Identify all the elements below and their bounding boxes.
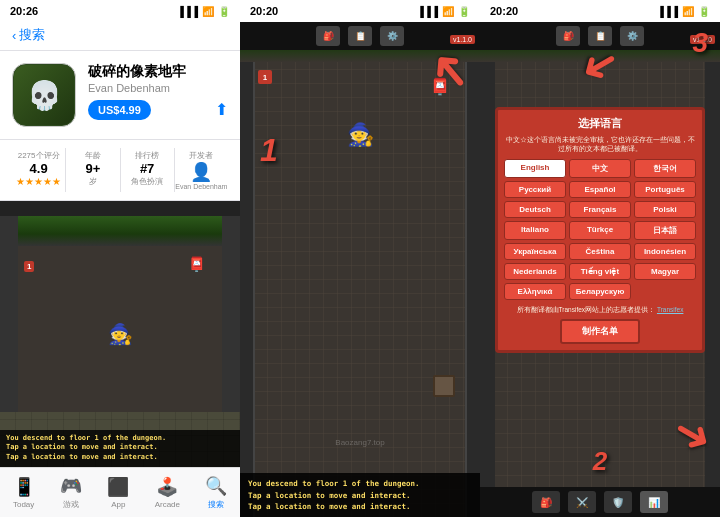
- signal-icon: ▐▐▐: [177, 6, 198, 17]
- lang-subtitle: 中文☆这个语言尚未被完全审核，它也许还存在一些问题，不过所有的文本都已被翻译。: [504, 135, 696, 153]
- back-button[interactable]: ‹ 搜索: [12, 26, 228, 44]
- game-text-panel1: You descend to floor 1 of the dungeon. T…: [240, 473, 480, 517]
- lang-btn-cs[interactable]: Čeština: [569, 243, 631, 260]
- statusbar-3: 20:20 ▐▐▐ 📶 🔋: [480, 0, 720, 22]
- lang-btn-de[interactable]: Deutsch: [504, 201, 566, 218]
- toolbar-settings-2[interactable]: ⚙️: [620, 26, 644, 46]
- wifi-icon-3: 📶: [682, 6, 694, 17]
- stat-developer: 开发者 👤 Evan Debenham: [175, 148, 228, 192]
- status-icons-3: ▐▐▐ 📶 🔋: [657, 6, 710, 17]
- stat-reviews: 2275个评分 4.9 ★★★★★: [12, 148, 66, 192]
- wifi-icon-2: 📶: [442, 6, 454, 17]
- tab-search[interactable]: 🔍 搜索: [205, 475, 227, 510]
- time-label-2: 20:20: [250, 5, 278, 17]
- wifi-icon: 📶: [202, 6, 214, 17]
- lang-btn-es[interactable]: Español: [569, 181, 631, 198]
- tab-games[interactable]: 🎮 游戏: [60, 475, 82, 510]
- lang-btn-vi[interactable]: Tiếng việt: [569, 263, 631, 280]
- game-toolbar-1: 🎒 📋 ⚙️: [240, 22, 480, 50]
- number-badge-3: 3: [692, 27, 708, 59]
- bottom-icon-1[interactable]: 🎒: [532, 491, 560, 513]
- tab-today[interactable]: 📱 Today: [13, 476, 35, 509]
- lang-note: 所有翻译都由Transifex网站上的志愿者提供： Transifex: [504, 305, 696, 314]
- game-main-1[interactable]: 1 📮 🧙 Baozang7.top ➜ 1 You descend to fl…: [240, 22, 480, 517]
- battery-icon-3: 🔋: [698, 6, 710, 17]
- battery-icon: 🔋: [218, 6, 230, 17]
- credits-button[interactable]: 制作名单: [560, 319, 640, 344]
- rank-value: #7: [140, 161, 154, 176]
- tab-today-label: Today: [13, 500, 34, 509]
- app-icon-image: 💀: [27, 79, 62, 112]
- bottom-icon-4[interactable]: 📊: [640, 491, 668, 513]
- app-info: 破碎的像素地牢 Evan Debenham US$4.99 ⬆: [88, 63, 228, 127]
- tab-games-label: 游戏: [63, 499, 79, 510]
- lang-btn-fr[interactable]: Français: [569, 201, 631, 218]
- number-badge-2: 2: [593, 446, 607, 477]
- lang-btn-ko[interactable]: 한국어: [634, 159, 696, 178]
- lang-btn-el[interactable]: Ελληνικά: [504, 283, 566, 300]
- lang-btn-be[interactable]: Беларускую: [569, 283, 631, 300]
- lang-btn-pt[interactable]: Português: [634, 181, 696, 198]
- tab-arcade-label: Arcade: [155, 500, 180, 509]
- developer-avatar-icon: 👤: [190, 161, 212, 183]
- arcade-icon: 🕹️: [156, 476, 178, 498]
- game-desc-3: Tap a location to move and interact.: [248, 501, 472, 512]
- lang-btn-pl[interactable]: Polski: [634, 201, 696, 218]
- price-button[interactable]: US$4.99: [88, 100, 151, 120]
- game-desc-1: You descend to floor 1 of the dungeon.: [248, 478, 472, 489]
- game-line2: Tap a location to move and interact.: [6, 443, 234, 453]
- game-bottom-bar: 🎒 ⚔️ 🛡️ 📊: [480, 487, 720, 517]
- language-panel: 选择语言 中文☆这个语言尚未被完全审核，它也许还存在一些问题，不过所有的文本都已…: [495, 107, 705, 353]
- search-tab-icon: 🔍: [205, 475, 227, 497]
- reviews-count: 2275个评分: [18, 150, 60, 161]
- age-unit: 岁: [89, 176, 97, 187]
- rank-label: 排行榜: [135, 150, 159, 161]
- app-developer: Evan Debenham: [88, 82, 228, 94]
- dev-name: Evan Debenham: [175, 183, 227, 190]
- rank-category-text: 角色扮演: [131, 176, 163, 187]
- bottom-icon-2[interactable]: ⚔️: [568, 491, 596, 513]
- toolbar-journal[interactable]: 📋: [348, 26, 372, 46]
- stat-age: 年龄 9+ 岁: [66, 148, 120, 192]
- lang-btn-zh[interactable]: 中文: [569, 159, 631, 178]
- tab-arcade[interactable]: 🕹️ Arcade: [155, 476, 180, 509]
- app-price-row: US$4.99 ⬆: [88, 100, 228, 120]
- tab-app[interactable]: ⬛ App: [107, 476, 129, 509]
- game-line1: You descend to floor 1 of the dungeon.: [6, 434, 234, 444]
- game-panel-2: 20:20 ▐▐▐ 📶 🔋 🎒 📋 ⚙️ v1.1.0 3 ➜ 选择语言 中文☆…: [480, 0, 720, 517]
- signal-icon-2: ▐▐▐: [417, 6, 438, 17]
- language-grid: English 中文 한국어 Русский Español Português…: [504, 159, 696, 300]
- bottom-icon-3[interactable]: 🛡️: [604, 491, 632, 513]
- stat-rank: 排行榜 #7 角色扮演: [121, 148, 175, 192]
- toolbar-inventory-2[interactable]: 🎒: [556, 26, 580, 46]
- status-icons-1: ▐▐▐ 📶 🔋: [177, 6, 230, 17]
- lang-btn-uk[interactable]: Українська: [504, 243, 566, 260]
- lang-btn-ru[interactable]: Русский: [504, 181, 566, 198]
- toolbar-settings[interactable]: ⚙️: [380, 26, 404, 46]
- status-icons-2: ▐▐▐ 📶 🔋: [417, 6, 470, 17]
- lang-btn-ja[interactable]: 日本語: [634, 221, 696, 240]
- transifex-link[interactable]: Transifex: [657, 306, 684, 313]
- app-nav: ‹ 搜索: [0, 22, 240, 51]
- lang-btn-id[interactable]: Indonésien: [634, 243, 696, 260]
- tab-bar: 📱 Today 🎮 游戏 ⬛ App 🕹️ Arcade 🔍 搜索: [0, 467, 240, 517]
- app-title: 破碎的像素地牢: [88, 63, 228, 80]
- watermark: Baozang7.top: [335, 438, 384, 447]
- lang-btn-nl[interactable]: Nederlands: [504, 263, 566, 280]
- share-icon[interactable]: ⬆: [215, 100, 228, 119]
- lang-btn-it[interactable]: Italiano: [504, 221, 566, 240]
- app-icon-tab: ⬛: [107, 476, 129, 498]
- lang-btn-hu[interactable]: Magyar: [634, 263, 696, 280]
- toolbar-inventory[interactable]: 🎒: [316, 26, 340, 46]
- age-label: 年龄: [85, 150, 101, 161]
- signal-icon-3: ▐▐▐: [657, 6, 678, 17]
- chevron-left-icon: ‹: [12, 28, 16, 43]
- lang-btn-tr[interactable]: Türkçe: [569, 221, 631, 240]
- dungeon-bg: 1 🧙 📮: [0, 201, 240, 467]
- lang-btn-en[interactable]: English: [504, 159, 566, 178]
- age-value: 9+: [85, 161, 100, 176]
- game-main-2: 3 ➜ 选择语言 中文☆这个语言尚未被完全审核，它也许还存在一些问题，不过所有的…: [480, 22, 720, 517]
- game-panel-1: 20:20 ▐▐▐ 📶 🔋 🎒 📋 ⚙️ v1.1.0 1 📮: [240, 0, 480, 517]
- statusbar-2: 20:20 ▐▐▐ 📶 🔋: [240, 0, 480, 22]
- number-badge-1: 1: [260, 132, 278, 169]
